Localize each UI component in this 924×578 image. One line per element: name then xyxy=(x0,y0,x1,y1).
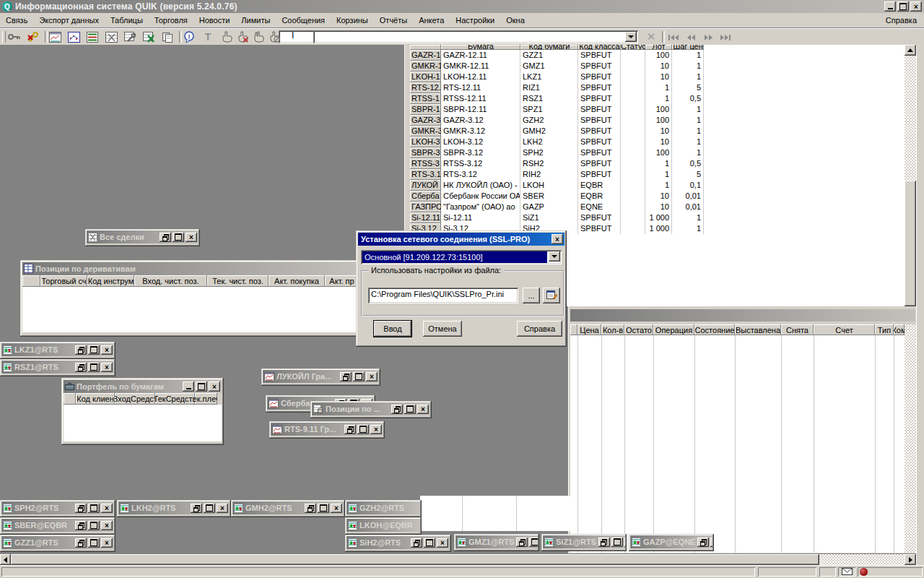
instrument-row-header[interactable]: Сберба xyxy=(410,191,441,202)
portfolio-titlebar[interactable]: Портфель по бумагам × xyxy=(64,380,222,393)
orders-column-header[interactable]: Счет xyxy=(814,324,875,335)
deriv-column-header[interactable]: Торговый сч xyxy=(40,275,87,287)
lkh2-rts-close-icon[interactable]: × xyxy=(217,504,228,513)
instrument-row[interactable]: ЛУКОЙНК ЛУКОЙЛ (ОАО) -LKOHEQBR10,1 xyxy=(410,180,704,191)
instrument-cell[interactable]: 1 xyxy=(672,104,704,115)
instrument-row[interactable]: SBPR-1SBPR-12.11SPZ1SPBFUT1001 xyxy=(410,104,704,115)
gmz1-rts-maximize-icon[interactable] xyxy=(529,538,538,547)
gmh2-rts-maximize-icon[interactable] xyxy=(318,504,329,513)
sih2-rts-close-icon[interactable]: × xyxy=(437,538,448,548)
instrument-cell[interactable]: 1 xyxy=(672,72,704,82)
instrument-cell[interactable]: GAZR-12.11 xyxy=(441,50,520,61)
portfolio-column-header[interactable]: Код клиен xyxy=(76,393,115,405)
orders-column-header[interactable]: Ком xyxy=(894,324,905,335)
instrument-cell[interactable]: RTSS-12.11 xyxy=(441,93,520,104)
menu-item-8[interactable]: Корзины xyxy=(331,14,374,27)
instrument-cell[interactable] xyxy=(621,104,645,115)
instrument-cell[interactable]: LKOH xyxy=(520,180,578,191)
lkz1-rts-close-icon[interactable]: × xyxy=(101,345,113,355)
maximize-button[interactable] xyxy=(897,1,909,12)
instrument-cell[interactable] xyxy=(621,223,645,234)
instrument-cell[interactable]: GAZP xyxy=(520,202,578,212)
gzz1-rts-restore-icon[interactable] xyxy=(75,538,87,548)
instrument-cell[interactable]: RIH2 xyxy=(520,169,578,180)
gmh2-rts-restore-icon[interactable] xyxy=(305,504,316,513)
instrument-cell[interactable]: 1 xyxy=(672,115,704,126)
sber-eqbr-close-icon[interactable]: × xyxy=(101,521,113,530)
instrument-cell[interactable]: RTSS-3.12 xyxy=(441,158,520,169)
orders-column-header[interactable]: Выставлена xyxy=(735,324,781,335)
instrument-cell[interactable]: GMKR-12.11 xyxy=(441,61,520,72)
instrument-row[interactable]: RTSS-1RTSS-12.11RSZ1SPBFUT10,5 xyxy=(410,93,704,104)
minimize-button[interactable] xyxy=(884,1,896,12)
instrument-row[interactable]: SBPR-3SBPR-3.12SPH2SPBFUT1001 xyxy=(410,147,704,158)
instrument-cell[interactable]: 1 xyxy=(645,93,672,104)
instrument-row[interactable]: Si-12.11Si-12.11SiZ1SPBFUT1 0001 xyxy=(410,212,704,223)
deriv-column-header[interactable]: Акт. покупка xyxy=(269,275,325,287)
mini-titlebar-rts-911-chart[interactable]: RTS-9.11 Гр...× xyxy=(271,423,383,436)
instrument-cell[interactable]: 1 xyxy=(645,169,672,180)
instrument-cell[interactable]: SBER xyxy=(520,191,578,202)
instrument-row-header[interactable]: ЛУКОЙ xyxy=(410,180,441,191)
instrument-cell[interactable]: GZH2 xyxy=(520,115,578,126)
toolbar-limits-list-icon[interactable] xyxy=(85,30,100,43)
instrument-cell[interactable]: 0,5 xyxy=(672,158,704,169)
dialog-close-icon[interactable]: × xyxy=(552,234,563,244)
lukoil-chart-close-icon[interactable]: × xyxy=(366,372,378,381)
instrument-cell[interactable]: GMKR-3.12 xyxy=(441,126,520,137)
menu-item-5[interactable]: Новости xyxy=(193,14,236,27)
pozicii-mini-maximize-icon[interactable] xyxy=(404,405,416,414)
instrument-row[interactable]: RTS-3.1RTS-3.12RIH2SPBFUT15 xyxy=(410,169,704,180)
window-titlebar[interactable]: Q Информационная система QUIK (версия 5.… xyxy=(0,0,924,13)
portfolio-column-header[interactable]: ВходСредст xyxy=(115,393,155,405)
instrument-row[interactable]: LKOH-3LKOH-3.12LKH2SPBFUT101 xyxy=(410,137,704,147)
mini-titlebar-gmh2-rts[interactable]: GMH2@RTS× xyxy=(232,501,344,514)
instrument-cell[interactable]: SPH2 xyxy=(520,147,578,158)
instrument-cell[interactable]: SPBFUT xyxy=(578,82,621,93)
mini-titlebar-gazp-eqne[interactable]: GAZP@EQNE× xyxy=(630,535,712,548)
rsz1-rts-close-icon[interactable]: × xyxy=(101,363,113,372)
connection-select[interactable]: Основной [91.209.122.73:15100] xyxy=(361,250,562,264)
instrument-cell[interactable] xyxy=(621,137,645,147)
instrument-cell[interactable]: LKOH-3.12 xyxy=(441,137,520,147)
mini-titlebar-gzz1-rts[interactable]: GZZ1@RTS× xyxy=(1,536,114,549)
rts-911-chart-restore-icon[interactable] xyxy=(344,425,356,434)
instrument-cell[interactable] xyxy=(621,126,645,137)
dialog-titlebar[interactable]: Установка сетевого соединения (SSL-PRO) … xyxy=(358,233,565,246)
instrument-cell[interactable]: 0,5 xyxy=(672,93,704,104)
settings-file-input[interactable]: C:\Program Files\QUIK\SSLPro_Pr.ini xyxy=(368,288,518,303)
instrument-row[interactable]: GMKR-3GMKR-3.12GMH2SPBFUT101 xyxy=(410,126,704,137)
instrument-row-header[interactable]: RTSS-3 xyxy=(410,158,441,169)
instrument-cell[interactable] xyxy=(621,61,645,72)
toolbar-export-excel-icon[interactable] xyxy=(141,30,156,43)
lkz1-rts-maximize-icon[interactable] xyxy=(88,345,100,355)
instrument-cell[interactable]: 100 xyxy=(645,147,672,158)
toolbar-disconnect-key-icon[interactable] xyxy=(26,30,40,43)
mini-titlebar-sber-eqbr[interactable]: SBER@EQBR× xyxy=(1,519,114,532)
instrument-cell[interactable] xyxy=(621,191,645,202)
instrument-cell[interactable]: SPBFUT xyxy=(578,223,621,234)
mini-titlebar-lkoh-eqbr[interactable]: LKOH@EQBR xyxy=(346,519,420,532)
siz1-rts-maximize-icon[interactable] xyxy=(611,538,623,547)
nav-prev-button[interactable] xyxy=(683,31,699,43)
menu-item-12[interactable]: Окна xyxy=(500,14,531,27)
instrument-cell[interactable]: EQBR xyxy=(578,191,621,202)
instrument-cell[interactable]: LKOH-12.11 xyxy=(441,72,520,82)
instrument-row-header[interactable]: GMKR-1 xyxy=(410,61,441,72)
menu-item-2[interactable]: Экспорт данных xyxy=(33,14,104,27)
instrument-cell[interactable] xyxy=(621,82,645,93)
instruments-column-header[interactable]: Бумага xyxy=(441,45,520,50)
toolbar-hand-two-icon[interactable] xyxy=(251,30,266,43)
orders-scroll-track[interactable] xyxy=(905,324,916,553)
browse-button[interactable]: ... xyxy=(523,288,540,303)
menu-item-7[interactable]: Сообщения xyxy=(276,14,331,27)
instruments-column-header[interactable]: Статус xyxy=(621,45,645,50)
instrument-cell[interactable] xyxy=(621,147,645,158)
mini-titlebar-gmz1-rts[interactable]: GMZ1@RTS× xyxy=(456,535,538,548)
instrument-cell[interactable]: 100 xyxy=(645,50,672,61)
instrument-row-header[interactable]: RTS-3.1 xyxy=(410,169,441,180)
lkh2-rts-restore-icon[interactable] xyxy=(191,504,202,513)
scroll-up-icon[interactable] xyxy=(905,45,916,56)
menu-item-3[interactable]: Таблицы xyxy=(105,14,149,27)
instrument-row-header[interactable]: LKOH-3 xyxy=(410,137,441,147)
